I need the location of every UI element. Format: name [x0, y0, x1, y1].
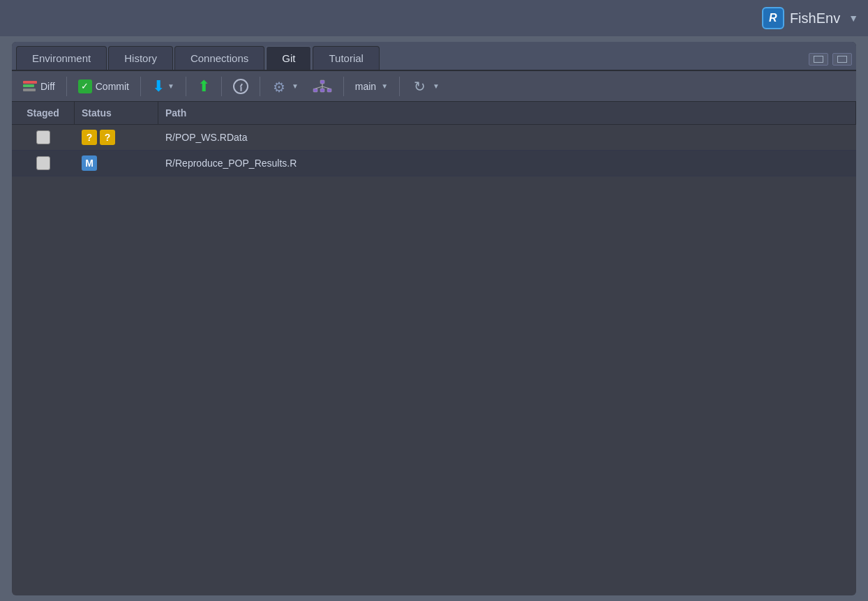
main-panel: Environment History Connections Git Tuto…: [12, 42, 856, 595]
col-status: Status: [75, 102, 158, 124]
tab-bar: Environment History Connections Git Tuto…: [12, 42, 856, 71]
maximize-button[interactable]: [832, 53, 852, 66]
status-cell-2: M: [75, 151, 158, 176]
push-arrow-icon: ⬆: [197, 77, 210, 96]
svg-rect-0: [320, 80, 324, 84]
refresh-caret-icon: ▼: [433, 82, 440, 90]
top-bar: R FishEnv ▼: [0, 0, 868, 36]
push-button[interactable]: ⬆: [192, 75, 216, 98]
status-badge-modified: M: [82, 155, 97, 171]
tab-tutorial[interactable]: Tutorial: [313, 46, 379, 70]
gear-icon: ⚙: [271, 79, 287, 94]
git-table: Staged Status Path ? ? R/POP_WS.RData: [12, 102, 856, 595]
sep-1: [66, 77, 67, 96]
app-logo: R FishEnv ▼: [762, 7, 858, 29]
sep-6: [343, 77, 344, 96]
pull-button[interactable]: ⬇ ▼: [147, 75, 180, 98]
commit-button[interactable]: ✓ Commit: [73, 77, 135, 96]
status-badge-untracked-2: ?: [100, 130, 115, 145]
commit-check-icon: ✓: [78, 79, 92, 93]
refresh-icon: ↻: [411, 78, 428, 95]
app-title: FishEnv: [790, 10, 840, 26]
tab-history[interactable]: History: [108, 46, 173, 70]
staged-checkbox-2[interactable]: [36, 156, 50, 170]
svg-rect-1: [313, 89, 317, 92]
refresh-button[interactable]: ↻ ▼: [405, 75, 445, 98]
diff-button[interactable]: Diff: [17, 78, 61, 95]
toolbar: Diff ✓ Commit ⬇ ▼ ⬆ ⚙: [12, 71, 856, 102]
diff-label: Diff: [40, 81, 55, 92]
tab-git[interactable]: Git: [266, 46, 311, 70]
table-row[interactable]: ? ? R/POP_WS.RData: [12, 125, 856, 151]
r-logo-icon: R: [762, 7, 784, 29]
staged-cell-2: [12, 151, 75, 175]
staged-checkbox-1[interactable]: [36, 130, 50, 144]
sep-2: [140, 77, 141, 96]
svg-line-6: [322, 86, 329, 89]
svg-rect-2: [320, 89, 324, 92]
settings-caret-icon: ▼: [292, 82, 299, 90]
tab-environment[interactable]: Environment: [16, 46, 107, 70]
branch-caret-icon: ▼: [381, 82, 388, 90]
minimize-button[interactable]: [809, 53, 828, 66]
table-header: Staged Status Path: [12, 102, 856, 125]
window-controls: [809, 53, 852, 70]
branch-button[interactable]: main ▼: [350, 78, 394, 95]
status-cell-1: ? ?: [75, 125, 158, 150]
path-cell-2: R/Reproduce_POP_Results.R: [158, 153, 856, 174]
sep-5: [260, 77, 260, 96]
clock-icon: [233, 79, 248, 94]
col-staged: Staged: [12, 102, 75, 124]
diff-icon: [23, 81, 37, 92]
branch-label: main: [355, 81, 376, 92]
path-cell-1: R/POP_WS.RData: [158, 127, 856, 148]
svg-line-5: [315, 86, 322, 89]
network-button[interactable]: [307, 76, 338, 97]
app-dropdown-arrow[interactable]: ▼: [848, 13, 858, 24]
staged-cell-1: [12, 125, 75, 149]
sep-3: [186, 77, 186, 96]
col-path: Path: [158, 102, 856, 124]
status-badge-untracked-1: ?: [82, 130, 97, 145]
sep-4: [221, 77, 222, 96]
sep-7: [399, 77, 400, 96]
pull-caret-icon: ▼: [167, 82, 174, 90]
commit-label: Commit: [96, 81, 129, 92]
table-body: ? ? R/POP_WS.RData M R/Reproduce_POP_Res…: [12, 125, 856, 595]
svg-rect-3: [327, 89, 331, 92]
history-button[interactable]: [227, 76, 254, 97]
tab-connections[interactable]: Connections: [174, 46, 264, 70]
network-icon: [313, 79, 332, 94]
table-row[interactable]: M R/Reproduce_POP_Results.R: [12, 151, 856, 176]
pull-arrow-icon: ⬇: [152, 77, 165, 96]
settings-button[interactable]: ⚙ ▼: [266, 76, 304, 97]
